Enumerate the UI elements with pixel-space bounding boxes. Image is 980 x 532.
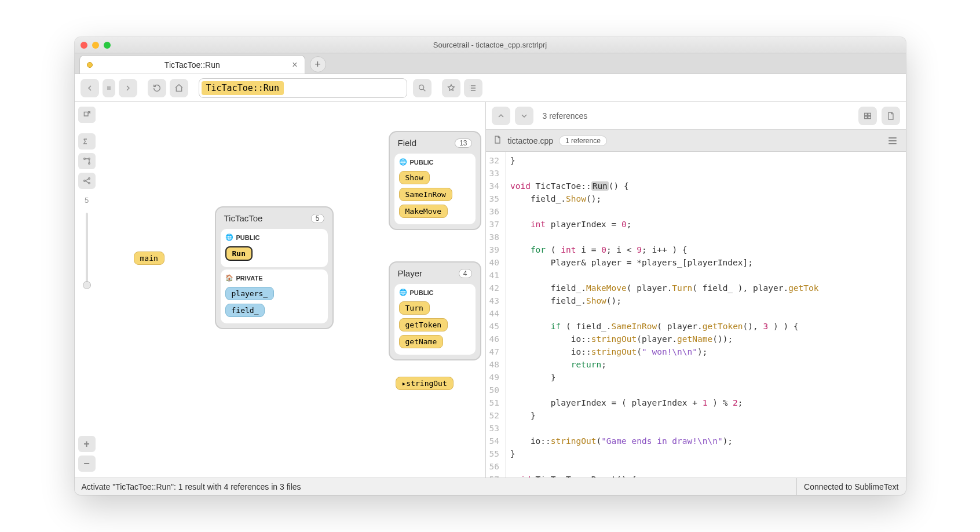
content: 5 + − ? bbox=[75, 102, 906, 478]
zoom-out-button[interactable]: − bbox=[78, 456, 96, 472]
minimize-window-button[interactable] bbox=[92, 42, 99, 49]
svg-point-4 bbox=[83, 180, 85, 182]
node-method-gettoken[interactable]: getToken bbox=[399, 318, 448, 331]
bookmark-button[interactable] bbox=[442, 79, 460, 97]
close-tab-icon[interactable]: × bbox=[292, 60, 297, 70]
node-class-player[interactable]: Player 4 🌐PUBLIC Turn getToken getName bbox=[389, 261, 481, 360]
node-method-makemove[interactable]: MakeMove bbox=[399, 205, 448, 218]
code-view[interactable]: 3233343536373839404142434445464748495051… bbox=[486, 152, 906, 478]
refresh-button[interactable] bbox=[148, 79, 166, 97]
code-panel: 3 references tictactoe.cpp 1 reference 3… bbox=[486, 102, 906, 478]
svg-point-3 bbox=[88, 163, 90, 165]
file-ref-chip: 1 reference bbox=[559, 136, 607, 146]
search-field[interactable]: TicTacToe::Run bbox=[199, 78, 407, 98]
search-button[interactable] bbox=[413, 79, 432, 97]
graph-canvas[interactable]: main TicTacToe 5 🌐PUBLIC Run bbox=[99, 102, 485, 478]
graph-edges bbox=[99, 102, 273, 189]
file-icon bbox=[493, 135, 502, 146]
lock-icon: 🏠 bbox=[225, 274, 233, 282]
bookmarks-list-button[interactable] bbox=[464, 79, 482, 97]
graph-panel: 5 + − ? bbox=[75, 102, 486, 478]
tab-bar: TicTacToe::Run × + bbox=[75, 53, 906, 74]
node-method-run[interactable]: Run bbox=[225, 246, 253, 261]
references-header: 3 references bbox=[486, 102, 906, 130]
class-count-badge: 13 bbox=[455, 139, 471, 148]
history-button[interactable] bbox=[103, 79, 115, 97]
tab-tictactoe-run[interactable]: TicTacToe::Run × bbox=[79, 55, 305, 74]
window-title: Sourcetrail - tictactoe_cpp.srctrlprj bbox=[75, 41, 906, 49]
node-class-tictactoe[interactable]: TicTacToe 5 🌐PUBLIC Run 🏠PRIVATE players… bbox=[215, 206, 334, 329]
add-tab-button[interactable]: + bbox=[310, 56, 326, 72]
node-class-field[interactable]: Field 13 🌐PUBLIC Show SameInRow MakeMove bbox=[389, 131, 481, 230]
references-count: 3 references bbox=[543, 111, 588, 121]
forward-button[interactable] bbox=[119, 79, 137, 97]
graph-mode-3-button[interactable] bbox=[78, 173, 96, 189]
node-method-getname[interactable]: getName bbox=[399, 335, 444, 348]
next-ref-button[interactable] bbox=[515, 107, 533, 125]
snippet-view-button[interactable] bbox=[858, 107, 877, 125]
svg-point-5 bbox=[88, 178, 90, 180]
file-view-toggle-button[interactable] bbox=[882, 107, 900, 125]
svg-point-6 bbox=[88, 183, 90, 184]
tab-status-dot bbox=[87, 62, 93, 68]
close-window-button[interactable] bbox=[81, 42, 87, 49]
svg-point-2 bbox=[88, 158, 90, 160]
globe-icon: 🌐 bbox=[225, 234, 233, 241]
class-count-badge: 4 bbox=[459, 269, 472, 278]
node-method-show[interactable]: Show bbox=[399, 171, 430, 184]
node-member-field[interactable]: field_ bbox=[225, 304, 265, 317]
connection-status: Connected to SublimeText bbox=[796, 478, 898, 495]
search-chip: TicTacToe::Run bbox=[202, 81, 284, 95]
file-header: tictactoe.cpp 1 reference bbox=[486, 130, 906, 152]
titlebar: Sourcetrail - tictactoe_cpp.srctrlprj bbox=[75, 37, 906, 53]
export-button[interactable] bbox=[78, 107, 96, 123]
graph-mode-1-button[interactable] bbox=[78, 133, 96, 150]
home-button[interactable] bbox=[170, 79, 188, 97]
svg-point-1 bbox=[83, 158, 85, 160]
line-gutter: 3233343536373839404142434445464748495051… bbox=[486, 152, 506, 478]
svg-rect-19 bbox=[868, 116, 871, 118]
svg-rect-17 bbox=[868, 113, 871, 115]
node-main[interactable]: main bbox=[134, 252, 164, 265]
class-count-badge: 5 bbox=[311, 214, 324, 223]
status-message: Activate "TicTacToe::Run": 1 result with… bbox=[82, 482, 301, 491]
svg-point-0 bbox=[419, 85, 423, 89]
zoom-window-button[interactable] bbox=[104, 42, 111, 49]
class-name: TicTacToe bbox=[224, 213, 263, 223]
back-button[interactable] bbox=[81, 79, 99, 97]
depth-slider[interactable] bbox=[86, 213, 88, 288]
toolbar: TicTacToe::Run bbox=[75, 74, 906, 102]
class-name: Field bbox=[398, 138, 417, 148]
svg-rect-16 bbox=[864, 113, 867, 115]
node-member-players[interactable]: players_ bbox=[225, 287, 275, 300]
node-stringout[interactable]: ▸stringOut bbox=[396, 377, 454, 390]
class-name: Player bbox=[398, 268, 423, 278]
traffic-lights bbox=[81, 42, 111, 49]
status-bar: Activate "TicTacToe::Run": 1 result with… bbox=[75, 478, 906, 495]
node-method-sameinrow[interactable]: SameInRow bbox=[399, 188, 452, 201]
code-lines[interactable]: } void TicTacToe::Run() { field_.Show();… bbox=[506, 152, 824, 478]
prev-ref-button[interactable] bbox=[492, 107, 510, 125]
tab-label: TicTacToe::Run bbox=[98, 60, 287, 70]
graph-sidebar: 5 bbox=[75, 102, 99, 478]
globe-icon: 🌐 bbox=[399, 289, 407, 296]
app-window: Sourcetrail - tictactoe_cpp.srctrlprj Ti… bbox=[75, 37, 906, 495]
file-menu-button[interactable] bbox=[886, 134, 899, 147]
globe-icon: 🌐 bbox=[399, 158, 407, 166]
slider-knob[interactable] bbox=[83, 281, 91, 289]
node-method-turn[interactable]: Turn bbox=[399, 301, 430, 315]
graph-mode-2-button[interactable] bbox=[78, 153, 96, 169]
svg-rect-18 bbox=[864, 116, 867, 118]
depth-value: 5 bbox=[85, 196, 89, 205]
zoom-in-button[interactable]: + bbox=[78, 436, 96, 452]
file-name[interactable]: tictactoe.cpp bbox=[508, 136, 554, 145]
